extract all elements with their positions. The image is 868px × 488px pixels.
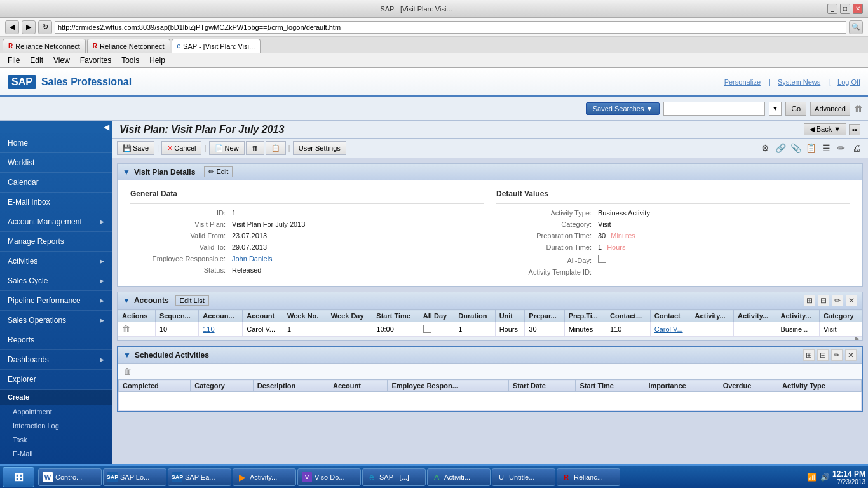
volume-icon[interactable]: 🔊 — [820, 473, 830, 482]
sched-table-settings-icon[interactable]: ⊞ — [803, 349, 815, 361]
settings-icon[interactable]: ⚙ — [759, 142, 771, 154]
menu-tools[interactable]: Tools — [116, 55, 144, 66]
col-all-day[interactable]: All Day — [419, 310, 454, 322]
list-icon[interactable]: ☰ — [820, 142, 832, 154]
table-scroll-bar[interactable]: ▶ — [118, 336, 862, 340]
col-category[interactable]: Category — [819, 310, 862, 322]
log-off-link[interactable]: Log Off — [837, 78, 860, 86]
col-account[interactable]: Account — [243, 310, 283, 322]
employee-value[interactable]: John Daniels — [232, 255, 273, 262]
col-activity1[interactable]: Activity... — [691, 310, 733, 322]
taskbar-clock-display[interactable]: 12:14 PM 7/23/2013 — [832, 470, 865, 485]
sidebar-item-activities[interactable]: Activities — [0, 252, 112, 271]
visit-plan-edit-button[interactable]: ✏ Edit — [204, 166, 233, 177]
back-nav-button[interactable]: ◀ — [5, 20, 19, 34]
sidebar-item-home[interactable]: Home — [0, 133, 112, 153]
sched-table-close-icon[interactable]: ✕ — [845, 349, 857, 361]
taskbar-btn-untitle[interactable]: U Untitle... — [492, 468, 555, 486]
browser-tab-1[interactable]: R Reliance Netconnect — [3, 39, 86, 53]
sidebar-toggle[interactable]: ◀ — [0, 121, 112, 133]
address-input[interactable] — [55, 21, 846, 34]
sched-table-export-icon[interactable]: ⊟ — [817, 349, 829, 361]
col-sequence[interactable]: Sequen... — [155, 310, 198, 322]
browser-tab-3[interactable]: e SAP - [Visit Plan: Visi... — [172, 39, 261, 53]
col-start-time[interactable]: Start Time — [372, 310, 419, 322]
col-week-no[interactable]: Week No. — [283, 310, 327, 322]
taskbar-btn-relianc[interactable]: R Relianc... — [557, 468, 620, 486]
sidebar-item-pipeline-performance[interactable]: Pipeline Performance — [0, 291, 112, 311]
refresh-button[interactable]: ↻ — [38, 20, 52, 34]
close-button[interactable]: ✕ — [853, 4, 863, 14]
taskbar-btn-activity[interactable]: ▶ Activity... — [233, 468, 296, 486]
taskbar-btn-sap-lo[interactable]: SAP SAP Lo... — [103, 468, 166, 486]
sidebar-create-task[interactable]: Task — [0, 433, 112, 447]
col-prepar[interactable]: Prepar... — [525, 310, 564, 322]
menu-favorites[interactable]: Favorites — [75, 55, 116, 66]
sidebar-item-reports[interactable]: Reports — [0, 330, 112, 350]
sidebar-item-email-inbox[interactable]: E-Mail Inbox — [0, 193, 112, 212]
col-activity2[interactable]: Activity... — [734, 310, 776, 322]
saved-searches-button[interactable]: Saved Searches ▼ — [586, 102, 660, 115]
menu-view[interactable]: View — [48, 55, 75, 66]
forward-nav-button[interactable]: ▶ — [22, 20, 36, 34]
taskbar-btn-viso[interactable]: V Viso Do... — [297, 468, 361, 486]
minimize-button[interactable]: _ — [827, 4, 837, 14]
system-news-link[interactable]: System News — [778, 78, 820, 86]
col-duration[interactable]: Duration — [454, 310, 495, 322]
sidebar-item-account-management[interactable]: Account Management — [0, 212, 112, 232]
col-contact[interactable]: Contact — [650, 310, 691, 322]
go-button[interactable]: Go — [785, 102, 806, 116]
search-icon[interactable]: 🔍 — [849, 20, 863, 34]
sidebar-item-sales-cycle[interactable]: Sales Cycle — [0, 271, 112, 291]
menu-edit[interactable]: Edit — [25, 55, 48, 66]
taskbar-btn-activiti[interactable]: A Activiti... — [427, 468, 491, 486]
browser-tab-2[interactable]: R Reliance Netconnect — [87, 39, 170, 53]
col-contact-id[interactable]: Contact... — [606, 310, 651, 322]
scheduled-expand-icon[interactable]: ▼ — [123, 351, 131, 360]
menu-file[interactable]: File — [3, 55, 25, 66]
col-activity3[interactable]: Activity... — [776, 310, 819, 322]
sidebar-item-worklist[interactable]: Worklist — [0, 153, 112, 173]
visit-plan-expand-icon[interactable]: ▼ — [123, 168, 130, 177]
advanced-button[interactable]: Advanced — [810, 102, 850, 116]
table-edit-icon[interactable]: ✏ — [832, 295, 843, 306]
sidebar-item-manage-reports[interactable]: Manage Reports — [0, 232, 112, 252]
table-export-icon[interactable]: ⊟ — [818, 295, 829, 306]
delete-row-icon[interactable]: 🗑 — [122, 324, 130, 334]
back-button[interactable]: ◀ Back ▼ — [804, 123, 846, 135]
personalize-link[interactable]: Personalize — [724, 78, 761, 86]
copy-button[interactable]: 📋 — [266, 141, 286, 155]
attachment-icon[interactable]: 📎 — [789, 142, 802, 154]
save-button[interactable]: 💾 Save — [117, 141, 154, 155]
sched-delete-icon[interactable]: 🗑 — [123, 367, 132, 376]
search-dropdown[interactable]: ▼ — [769, 102, 782, 116]
link-icon[interactable]: 🔗 — [774, 142, 787, 154]
col-week-day[interactable]: Week Day — [327, 310, 372, 322]
sidebar-create-email[interactable]: E-Mail — [0, 447, 112, 461]
user-settings-button[interactable]: User Settings — [293, 141, 346, 155]
table-settings-icon[interactable]: ⊞ — [804, 295, 815, 306]
sidebar-item-explorer[interactable]: Explorer — [0, 370, 112, 390]
sidebar-item-sales-operations[interactable]: Sales Operations — [0, 311, 112, 330]
col-prep-ti[interactable]: Prep.Ti... — [564, 310, 606, 322]
view-options-button[interactable]: ▪▪ — [849, 124, 860, 135]
sidebar-create-contact[interactable]: Contact — [0, 461, 112, 464]
taskbar-btn-sap-ea[interactable]: SAP SAP Ea... — [168, 468, 231, 486]
taskbar-btn-sap-ie[interactable]: e SAP - [...] — [362, 468, 426, 486]
sched-table-edit-icon[interactable]: ✏ — [831, 349, 843, 361]
all-day-cell-checkbox[interactable] — [423, 325, 431, 333]
new-button[interactable]: 📄 New — [209, 141, 245, 155]
clipboard-icon[interactable]: 📋 — [804, 142, 817, 154]
menu-help[interactable]: Help — [144, 55, 170, 66]
accounts-edit-list-button[interactable]: Edit List — [175, 295, 209, 306]
edit-icon[interactable]: ✏ — [835, 142, 848, 154]
delete-search-icon[interactable]: 🗑 — [854, 104, 863, 114]
network-icon[interactable]: 📶 — [807, 473, 817, 482]
col-account-id[interactable]: Accoun... — [199, 310, 243, 322]
maximize-button[interactable]: □ — [840, 4, 850, 14]
sidebar-create-interaction-log[interactable]: Interaction Log — [0, 419, 112, 433]
delete-button[interactable]: 🗑 — [246, 141, 264, 155]
table-close-icon[interactable]: ✕ — [846, 295, 857, 306]
sidebar-item-calendar[interactable]: Calendar — [0, 173, 112, 193]
print-icon[interactable]: 🖨 — [850, 142, 863, 154]
